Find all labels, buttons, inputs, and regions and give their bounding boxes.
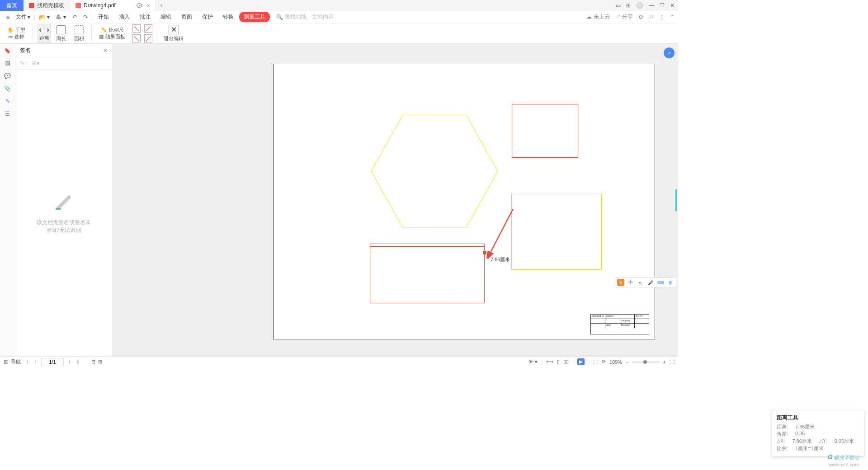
- title-bar: 首页 找稻壳模板 Drawing4.pdf 💬 ✕ + ▭ ⊞ — ❐ ✕: [0, 0, 678, 11]
- share-button[interactable]: ↗ 分享: [615, 13, 633, 21]
- fullscreen-icon[interactable]: ⛶: [670, 359, 675, 365]
- ime-keyboard-icon[interactable]: ⌨: [657, 279, 664, 286]
- crop-icon[interactable]: ⛶: [593, 359, 598, 365]
- tab-add-button[interactable]: +: [156, 2, 167, 9]
- distance-icon: ⟷: [39, 25, 49, 34]
- menu-convert[interactable]: 转换: [218, 11, 238, 23]
- tab-close-icon[interactable]: ✕: [146, 3, 150, 8]
- menu-start[interactable]: 开始: [94, 11, 113, 23]
- redo-icon[interactable]: ↷: [80, 13, 90, 21]
- side-toolbar: ✎+ ⊞▾: [15, 57, 112, 70]
- search-icon: 🔍: [276, 14, 283, 20]
- next-page-icon[interactable]: ⟩: [66, 359, 72, 365]
- measurement-value: 7.86厘米: [491, 256, 510, 263]
- diag2-icon[interactable]: [132, 34, 141, 42]
- attachment-icon[interactable]: 📎: [4, 85, 11, 92]
- zoom-out-icon[interactable]: ⊟: [91, 359, 95, 365]
- two-page-icon[interactable]: ▯▯: [563, 359, 569, 365]
- undo-icon[interactable]: ↶: [70, 13, 80, 21]
- bookmark-icon[interactable]: 🔖: [4, 47, 11, 54]
- print-icon[interactable]: 🖶 ▾: [53, 13, 68, 21]
- diag1-icon[interactable]: [132, 24, 141, 33]
- menu-annotate[interactable]: 批注: [135, 11, 155, 23]
- user-icon[interactable]: [636, 2, 643, 9]
- ime-lang-icon[interactable]: 中: [627, 279, 634, 286]
- side-close-icon[interactable]: ✕: [103, 47, 108, 54]
- svg-marker-0: [371, 115, 498, 228]
- menu-measure[interactable]: 测量工具: [239, 12, 270, 22]
- tool-ruler[interactable]: 📏 比例尺: [101, 27, 124, 33]
- close-icon[interactable]: ✕: [670, 2, 675, 9]
- zoom-minus-icon[interactable]: −: [626, 359, 628, 365]
- search-box[interactable]: 🔍 查找功能、文档内容: [276, 13, 334, 21]
- tool-result-panel[interactable]: ▦ 结果面板: [99, 33, 125, 40]
- prev-page-icon[interactable]: ⟨: [33, 359, 38, 365]
- tool-exit[interactable]: ✕ 退出编辑: [164, 25, 184, 42]
- menu-hamburger-icon[interactable]: ≡: [4, 13, 12, 21]
- tab-chat-icon[interactable]: 💬: [137, 3, 142, 8]
- file-menu[interactable]: 文件 ▾: [13, 12, 33, 22]
- zoom-in-icon[interactable]: ⊞: [98, 359, 102, 365]
- cloud-status[interactable]: ☁ 未上云: [586, 13, 609, 21]
- zoom-plus-icon[interactable]: +: [663, 359, 666, 365]
- nav-toggle-icon[interactable]: ▥: [4, 359, 8, 365]
- collapse-icon[interactable]: ⌃: [670, 14, 675, 20]
- menu-insert[interactable]: 插入: [114, 11, 134, 23]
- yellow-rect: [511, 194, 602, 270]
- ime-voice-icon[interactable]: 🎤: [647, 279, 654, 286]
- last-page-icon[interactable]: ⟩|: [75, 359, 81, 365]
- grid-icon[interactable]: ⊞: [626, 2, 631, 9]
- first-page-icon[interactable]: |⟨: [24, 359, 30, 365]
- settings-icon[interactable]: ⚙: [638, 14, 643, 20]
- zoom-slider[interactable]: [632, 362, 660, 362]
- tool-distance[interactable]: ⟷ 距离: [38, 24, 51, 43]
- tool-select[interactable]: ▭ 选择: [8, 33, 24, 40]
- sig-options-icon[interactable]: ⊞▾: [32, 60, 39, 66]
- floating-action-button[interactable]: ↗: [664, 47, 675, 58]
- layout-icon[interactable]: ▭: [616, 2, 621, 9]
- play-icon[interactable]: ▶: [577, 358, 585, 365]
- tool-area[interactable]: 面积: [71, 24, 87, 43]
- view-mode-icon[interactable]: 👁 ▾: [528, 359, 538, 365]
- zoom-value[interactable]: 109%: [609, 359, 622, 365]
- image-icon[interactable]: 🖼: [5, 60, 10, 66]
- scroll-indicator[interactable]: [675, 189, 677, 212]
- title-block: designed byname'sNo. A4 company name dat…: [590, 314, 649, 334]
- menu-page[interactable]: 页面: [177, 11, 197, 23]
- menu-protect[interactable]: 保护: [198, 11, 217, 23]
- ime-grid-icon[interactable]: ⊞: [667, 279, 674, 286]
- fit-width-icon[interactable]: ⟷: [546, 359, 553, 365]
- comment-icon[interactable]: 💬: [4, 73, 11, 79]
- maximize-icon[interactable]: ❐: [660, 2, 665, 9]
- ime-punct-icon[interactable]: •,: [637, 279, 644, 286]
- tab-template[interactable]: 找稻壳模板: [24, 0, 70, 11]
- search-placeholder: 查找功能、文档内容: [285, 13, 334, 21]
- open-icon[interactable]: 📂 ▾: [36, 13, 52, 21]
- menu-edit[interactable]: 编辑: [156, 11, 176, 23]
- feedback-icon[interactable]: ⚐: [649, 14, 654, 20]
- more-icon[interactable]: ⋮: [659, 14, 665, 20]
- rotate-icon[interactable]: ⟳: [602, 359, 606, 365]
- diag4-icon[interactable]: [144, 34, 152, 42]
- add-sig-icon[interactable]: ✎+: [20, 60, 28, 66]
- tool-hand[interactable]: ✋ 手型: [7, 27, 25, 33]
- measurement-line[interactable]: [370, 246, 485, 247]
- red-rect-bottom: [370, 244, 485, 303]
- side-title: 签名: [20, 47, 31, 54]
- main-area: 🔖 🖼 💬 📎 ✎ ☰ 签名 ✕ ✎+ ⊞▾ 该文档无签名或签名未 验证/无法识…: [0, 44, 678, 356]
- ime-logo-icon[interactable]: S: [617, 279, 624, 286]
- diag3-icon[interactable]: [144, 24, 152, 33]
- layers-icon[interactable]: ☰: [5, 111, 10, 117]
- ime-toolbar[interactable]: S 中 •, 🎤 ⌨ ⊞: [615, 277, 676, 287]
- page-input[interactable]: [41, 358, 64, 366]
- side-empty-state: 该文档无签名或签名未 验证/无法识别: [15, 70, 112, 356]
- window-controls: ▭ ⊞ — ❐ ✕: [616, 2, 678, 9]
- tab-home[interactable]: 首页: [0, 0, 24, 11]
- nav-label[interactable]: 导航: [11, 358, 21, 365]
- single-page-icon[interactable]: ▯: [557, 359, 560, 365]
- tab-document[interactable]: Drawing4.pdf 💬 ✕: [70, 0, 156, 11]
- tool-perimeter[interactable]: 周长: [53, 24, 69, 43]
- minimize-icon[interactable]: —: [649, 2, 654, 9]
- signature-icon[interactable]: ✎: [5, 98, 10, 104]
- canvas-area[interactable]: 7.86厘米 designed byname'sNo. A4 company n…: [113, 44, 678, 356]
